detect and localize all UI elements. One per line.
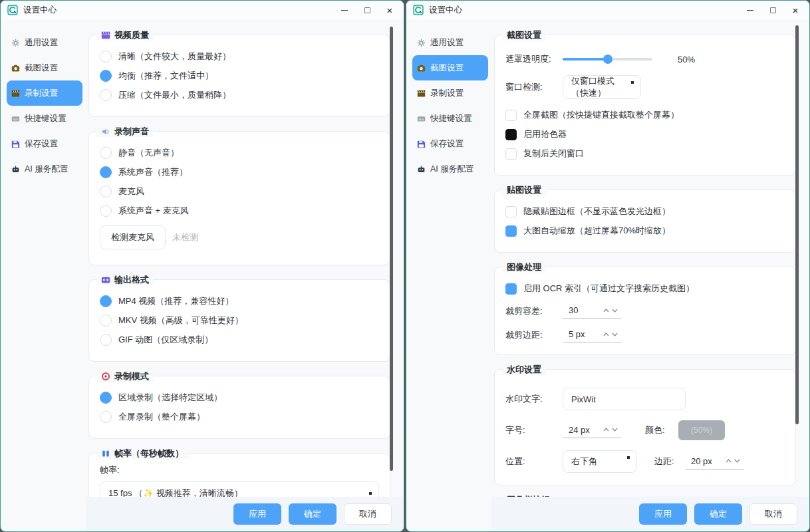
checkbox-option[interactable]: 大图自动缩放（超过屏幕70%时缩放） (505, 225, 785, 237)
watermark-text-label: 水印文字: (505, 393, 563, 405)
radio-option[interactable]: MKV 视频（高级，可靠性更好） (100, 315, 379, 327)
scrollbar-thumb[interactable] (390, 27, 393, 471)
sidebar-item-save[interactable]: 保存设置 (7, 131, 82, 156)
radio-option[interactable]: MP4 视频（推荐，兼容性好） (100, 295, 379, 307)
checkbox-option[interactable]: 隐藏贴图边框（不显示蓝色发光边框） (505, 205, 785, 217)
checkbox-close-after-copy[interactable] (505, 148, 517, 160)
titlebar: 设置中心 × (1, 1, 404, 19)
window-detect-select[interactable]: 仅窗口模式（快速） (563, 75, 641, 99)
checkbox-option[interactable]: 复制后关闭窗口 (505, 148, 785, 160)
radio-label: 静音（无声音） (118, 147, 179, 159)
radio-option[interactable]: 压缩（文件最小，质量稍降） (100, 89, 379, 101)
section-image-processing: 图像处理 启用 OCR 索引（可通过文字搜索历史截图） 裁剪容差: 30 (494, 267, 796, 355)
radio-mkv[interactable] (100, 315, 112, 327)
sidebar-item-screenshot[interactable]: 截图设置 (412, 55, 488, 80)
radio-clear[interactable] (100, 51, 112, 63)
sidebar-item-hotkeys[interactable]: 快捷键设置 (7, 106, 82, 131)
scrollbar-thumb[interactable] (795, 25, 799, 424)
opacity-slider[interactable] (563, 58, 652, 61)
section-watermark: 水印设置 水印文字: 字号: 24 px 颜色: (50%) (494, 369, 796, 485)
ok-button[interactable]: 确定 (694, 503, 742, 525)
maximize-button[interactable] (761, 2, 784, 18)
mic-detect-status: 未检测 (172, 231, 198, 243)
radio-option[interactable]: 静音（无声音） (100, 147, 379, 159)
sidebar-item-general[interactable]: 通用设置 (412, 30, 488, 55)
gear-icon (11, 39, 20, 47)
checkbox-ocr-index[interactable] (505, 283, 517, 295)
chevron-up-icon[interactable] (603, 332, 609, 336)
watermark-text-input[interactable] (563, 388, 686, 410)
checkbox-fullscreen-capture[interactable] (505, 110, 517, 121)
sidebar-item-recording[interactable]: 录制设置 (412, 80, 488, 106)
position-select[interactable]: 右下角 (563, 450, 637, 473)
crop-margin-spinner[interactable]: 5 px (563, 327, 621, 342)
checkbox-hide-pin-border[interactable] (505, 206, 517, 217)
checkbox-option[interactable]: 启用 OCR 索引（可通过文字搜索历史截图） (505, 283, 785, 295)
radio-option[interactable]: 区域录制（选择特定区域） (100, 392, 379, 404)
sidebar-item-ai-services[interactable]: AI 服务配置 (412, 156, 488, 182)
sidebar-item-save[interactable]: 保存设置 (412, 131, 488, 156)
radio-option[interactable]: GIF 动图（仅区域录制） (100, 334, 379, 346)
checkbox-label: 全屏截图（按快捷键直接截取整个屏幕） (523, 109, 679, 121)
radio-mute[interactable] (100, 147, 112, 159)
checkbox-color-picker[interactable] (505, 129, 517, 140)
radio-system-plus-mic[interactable] (100, 205, 112, 217)
watermark-color-button[interactable]: (50%) (678, 420, 725, 440)
fontsize-spinner[interactable]: 24 px (563, 423, 621, 438)
sidebar-item-screenshot[interactable]: 截图设置 (7, 55, 82, 80)
checkbox-auto-scale-large-image[interactable] (505, 225, 517, 237)
radio-option[interactable]: 系统声音 + 麦克风 (100, 205, 379, 217)
minimize-button[interactable] (739, 2, 761, 18)
radio-fullscreen-record[interactable] (100, 411, 112, 423)
close-button[interactable]: × (784, 2, 807, 18)
sidebar-item-hotkeys[interactable]: 快捷键设置 (412, 106, 488, 131)
radio-compressed[interactable] (100, 89, 112, 101)
chevron-up-icon[interactable] (603, 309, 609, 313)
chevron-down-icon[interactable] (612, 332, 618, 336)
radio-gif[interactable] (100, 334, 112, 346)
sidebar: 通用设置 截图设置 录制设置 快捷键设置 保存设置 AI 服务配置 (1, 19, 86, 531)
sidebar-item-recording[interactable]: 录制设置 (7, 80, 82, 106)
cancel-button[interactable]: 取消 (749, 503, 797, 525)
cancel-button[interactable]: 取消 (344, 503, 392, 525)
chevron-down-icon[interactable] (612, 309, 618, 313)
spinner-value: 20 px (691, 456, 712, 466)
radio-region-record[interactable] (100, 392, 112, 404)
radio-option[interactable]: 麦克风 (100, 186, 379, 198)
color-label: 颜色: (645, 424, 678, 436)
apply-button[interactable]: 应用 (233, 503, 281, 525)
radio-system-audio[interactable] (100, 166, 112, 178)
section-pin: 贴图设置 隐藏贴图边框（不显示蓝色发光边框） 大图自动缩放（超过屏幕70%时缩放… (494, 190, 796, 253)
framerate-select[interactable]: 15 fps （✨ 视频推荐，清晰流畅） (100, 481, 379, 497)
margin-spinner[interactable]: 20 px (685, 454, 743, 469)
radio-balanced[interactable] (100, 70, 112, 82)
checkbox-label: 大图自动缩放（超过屏幕70%时缩放） (523, 225, 670, 237)
window-title: 设置中心 (429, 5, 462, 16)
slider-handle[interactable] (603, 55, 612, 64)
chevron-down-icon[interactable] (612, 428, 618, 432)
checkbox-option[interactable]: 启用拾色器 (505, 128, 785, 140)
maximize-button[interactable] (356, 2, 378, 18)
radio-mp4[interactable] (100, 295, 112, 307)
radio-microphone[interactable] (100, 186, 112, 198)
radio-option[interactable]: 系统声音（推荐） (100, 166, 379, 178)
radio-option[interactable]: 均衡（推荐，文件适中） (100, 70, 379, 82)
minimize-button[interactable] (333, 2, 356, 18)
sidebar-item-ai-services[interactable]: AI 服务配置 (7, 156, 82, 182)
section-title: 录制模式 (114, 370, 149, 382)
checkbox-label: 复制后关闭窗口 (523, 148, 584, 160)
sidebar-item-general[interactable]: 通用设置 (7, 30, 82, 55)
app-logo-icon (413, 5, 424, 15)
crop-tolerance-spinner[interactable]: 30 (563, 303, 621, 319)
detect-mic-button[interactable]: 检测麦克风 (100, 225, 166, 249)
ok-button[interactable]: 确定 (289, 503, 337, 525)
apply-button[interactable]: 应用 (639, 503, 687, 525)
chevron-up-icon[interactable] (726, 459, 732, 463)
chevron-down-icon[interactable] (734, 459, 740, 463)
chevron-up-icon[interactable] (603, 428, 609, 432)
radio-option[interactable]: 全屏录制（整个屏幕） (100, 411, 379, 423)
checkbox-option[interactable]: 全屏截图（按快捷键直接截取整个屏幕） (505, 109, 785, 121)
slider-fill (563, 58, 608, 61)
close-button[interactable]: × (378, 2, 401, 18)
radio-option[interactable]: 清晰（文件较大，质量最好） (100, 51, 379, 63)
